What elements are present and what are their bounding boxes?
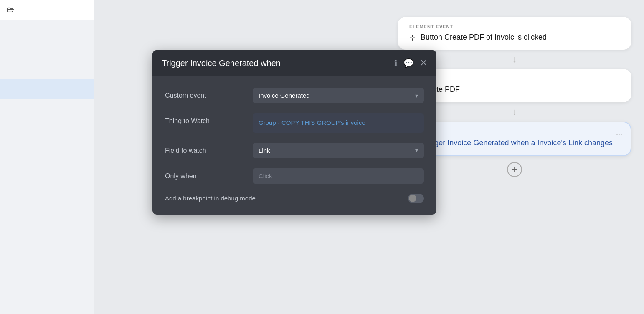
trigger-modal: Trigger Invoice Generated when ℹ 💬 ✕ Cus…: [152, 50, 436, 215]
sidebar: 🗁: [0, 0, 94, 314]
field-to-watch-chevron: ▾: [415, 147, 418, 154]
close-icon[interactable]: ✕: [420, 58, 427, 68]
custom-event-control: Invoice Generated ▾: [253, 88, 424, 103]
add-step-button[interactable]: +: [507, 162, 522, 177]
trigger-card-text: Button Create PDF of Invoic is clicked: [421, 33, 547, 42]
trigger-card-label: ELEMENT EVENT: [409, 24, 620, 29]
only-when-row: Only when Click: [165, 168, 424, 184]
info-icon[interactable]: ℹ: [394, 58, 398, 68]
trigger-card-icon: ⊹: [409, 33, 416, 42]
field-to-watch-select[interactable]: Link ▾: [253, 143, 424, 158]
step2-more-button[interactable]: ···: [616, 130, 622, 139]
thing-to-watch-box[interactable]: Group - COPY THIS GROUP's invoice: [253, 113, 424, 133]
only-when-control: Click: [253, 168, 424, 184]
field-to-watch-row: Field to watch Link ▾: [165, 143, 424, 158]
toggle-knob: [409, 195, 416, 202]
field-to-watch-control: Link ▾: [253, 143, 424, 158]
custom-event-label: Custom event: [165, 88, 253, 99]
sidebar-top-bar: 🗁: [0, 0, 94, 20]
custom-event-row: Custom event Invoice Generated ▾: [165, 88, 424, 103]
custom-event-value: Invoice Generated: [259, 92, 310, 99]
only-when-label: Only when: [165, 168, 253, 180]
modal-title: Trigger Invoice Generated when: [162, 58, 281, 68]
thing-to-watch-row: Thing to Watch Group - COPY THIS GROUP's…: [165, 113, 424, 133]
breakpoint-label: Add a breakpoint in debug mode: [165, 195, 256, 202]
only-when-placeholder: Click: [259, 172, 272, 180]
modal-body: Custom event Invoice Generated ▾ Thing t…: [152, 76, 436, 215]
breakpoint-toggle[interactable]: [408, 194, 424, 203]
step2-content: ⚙ Trigger Invoice Generated when a Invoi…: [410, 138, 619, 148]
field-to-watch-value: Link: [259, 147, 270, 154]
step2-label: STEP 2: [410, 130, 619, 135]
custom-event-select[interactable]: Invoice Generated ▾: [253, 88, 424, 103]
field-to-watch-label: Field to watch: [165, 143, 253, 154]
arrow-1: ↓: [512, 54, 517, 65]
add-step-icon: +: [512, 164, 517, 175]
trigger-card-content: ⊹ Button Create PDF of Invoic is clicked: [409, 33, 620, 42]
arrow-2: ↓: [512, 106, 517, 117]
comment-icon[interactable]: 💬: [403, 58, 414, 68]
custom-event-chevron: ▾: [415, 92, 418, 99]
thing-to-watch-control: Group - COPY THIS GROUP's invoice: [253, 113, 424, 133]
thing-to-watch-label: Thing to Watch: [165, 113, 253, 125]
sidebar-highlight: [0, 78, 94, 99]
modal-header: Trigger Invoice Generated when ℹ 💬 ✕: [152, 50, 436, 76]
trigger-card: ELEMENT EVENT ⊹ Button Create PDF of Inv…: [398, 17, 631, 50]
step1-label: STEP 1: [409, 76, 620, 81]
folder-icon[interactable]: 🗁: [7, 5, 14, 14]
step2-text: Trigger Invoice Generated when a Invoice…: [422, 138, 613, 148]
only-when-input[interactable]: Click: [253, 168, 424, 184]
breakpoint-row: Add a breakpoint in debug mode: [165, 194, 424, 203]
thing-to-watch-value: Group - COPY THIS GROUP's invoice: [259, 119, 365, 126]
step1-content: ◇ Create PDF: [409, 85, 620, 94]
modal-header-icons: ℹ 💬 ✕: [394, 58, 427, 68]
main-area: Trigger Invoice Generated when ℹ 💬 ✕ Cus…: [94, 0, 644, 314]
